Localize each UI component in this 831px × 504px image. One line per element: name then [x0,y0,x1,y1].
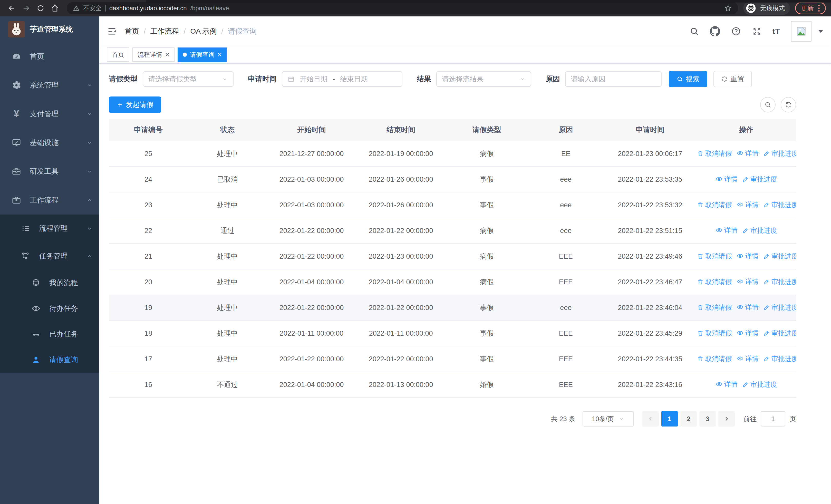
sidebar-item-task-mgmt[interactable]: 任务管理 [0,242,99,270]
reload-icon[interactable] [34,2,47,15]
sidebar-fold-icon[interactable] [107,26,117,36]
eye-closed-icon [30,329,42,339]
sidebar-item-my-process[interactable]: 我的流程 [0,270,99,296]
dashboard-icon [10,52,23,61]
security-warning-icon[interactable] [73,5,80,11]
cell: 2022-01-22 23:46:47 [604,269,696,295]
avatar-dropdown-caret-icon[interactable] [818,30,823,33]
cell: 事假 [446,295,528,321]
detail-action-link[interactable]: 详情 [737,200,758,209]
row-actions: 详情审批进度 [696,167,796,192]
progress-action-link[interactable]: 审批进度 [763,252,796,261]
help-icon[interactable] [731,26,741,36]
breadcrumb-oa-example[interactable]: OA 示例 [191,26,217,36]
progress-action-link[interactable]: 审批进度 [742,175,777,184]
leave-table: 申请编号状态开始时间结束时间请假类型原因申请时间操作 25处理中2021-12-… [109,119,796,398]
tab-process-detail[interactable]: 流程详情 [133,48,174,62]
sidebar-item-payment[interactable]: ¥ 支付管理 [0,99,99,128]
table-refresh-button[interactable] [781,97,796,112]
page-2-button[interactable]: 2 [680,411,697,426]
reset-button[interactable]: 重置 [713,71,752,87]
font-size-icon[interactable]: tT [773,27,780,36]
progress-action-link[interactable]: 审批进度 [763,200,796,209]
sidebar-logo[interactable]: 芋道管理系统 [0,17,99,42]
cell: 2021-12-27 00:00:00 [267,141,356,167]
table-search-toggle-button[interactable] [760,97,776,112]
prev-page-button[interactable] [642,411,659,426]
sidebar-item-done-tasks[interactable]: 已办任务 [0,321,99,347]
progress-action-link[interactable]: 审批进度 [742,380,777,389]
view-icon [737,278,744,285]
leave-type-select[interactable]: 请选择请假类型 [143,71,233,87]
close-icon[interactable] [218,53,222,57]
progress-action-link[interactable]: 审批进度 [763,149,796,158]
fullscreen-icon[interactable] [752,26,762,36]
action-label: 取消请假 [705,354,732,363]
table-row: 21处理中2022-01-22 00:00:002022-01-23 00:00… [109,243,796,269]
close-icon[interactable] [165,53,169,57]
cell: eee [528,192,604,218]
github-icon[interactable] [710,26,720,36]
goto-page-input[interactable] [761,411,785,426]
cancel-action-link[interactable]: 取消请假 [697,329,732,338]
cancel-action-link[interactable]: 取消请假 [697,200,732,209]
back-icon[interactable] [5,2,19,15]
search-icon[interactable] [689,26,699,36]
sidebar-item-dev-tools[interactable]: 研发工具 [0,157,99,186]
range-separator: - [333,75,335,83]
create-leave-button[interactable]: 发起请假 [109,96,161,113]
breadcrumb-home[interactable]: 首页 [125,26,139,36]
search-button[interactable]: 搜索 [669,71,707,87]
cancel-action-link[interactable]: 取消请假 [697,149,732,158]
sidebar-item-leave-query[interactable]: 请假查询 [0,347,99,373]
bookmark-star-icon[interactable] [724,4,732,12]
detail-action-link[interactable]: 详情 [737,149,758,158]
url-bar[interactable]: 不安全 dashboard.yudao.iocoder.cn /bpm/oa/l… [67,2,738,14]
sidebar-item-todo-tasks[interactable]: 待办任务 [0,296,99,321]
tab-leave-query[interactable]: 请假查询 [178,48,227,62]
sidebar-item-workflow[interactable]: 工作流程 [0,186,99,214]
detail-action-link[interactable]: 详情 [737,251,758,261]
sidebar-item-home[interactable]: 首页 [0,42,99,71]
page-3-button[interactable]: 3 [699,411,716,426]
browser-menu-icon[interactable] [818,5,820,12]
page-1-button[interactable]: 1 [661,411,678,426]
page-size-select[interactable]: 10条/页 [582,411,634,426]
cancel-action-link[interactable]: 取消请假 [697,354,732,363]
detail-action-link[interactable]: 详情 [737,328,758,337]
progress-action-link[interactable]: 审批进度 [763,329,796,338]
detail-action-link[interactable]: 详情 [737,277,758,286]
progress-action-link[interactable]: 审批进度 [763,277,796,287]
cell: 2022-01-03 00:00:00 [267,167,356,192]
detail-action-link[interactable]: 详情 [716,226,738,235]
cancel-action-link[interactable]: 取消请假 [697,252,732,261]
sidebar-item-process-mgmt[interactable]: 流程管理 [0,214,99,242]
result-select[interactable]: 请选择流结果 [436,71,531,87]
avatar[interactable] [791,21,811,41]
cancel-action-link[interactable]: 取消请假 [697,277,732,287]
progress-action-link[interactable]: 审批进度 [763,354,796,363]
security-label[interactable]: 不安全 [83,4,102,12]
next-page-button[interactable] [718,411,735,426]
apply-time-range-picker[interactable]: 开始日期 - 结束日期 [282,71,402,87]
update-button[interactable]: 更新 [795,2,826,14]
row-actions: 取消请假详情审批进度 [696,141,796,167]
edit-icon [763,278,770,285]
detail-action-link[interactable]: 详情 [737,303,758,312]
forward-icon[interactable] [20,2,33,15]
progress-action-link[interactable]: 审批进度 [742,226,777,235]
cell: 事假 [446,192,528,218]
cell: 处理中 [188,295,267,321]
detail-action-link[interactable]: 详情 [737,354,758,363]
home-icon[interactable] [48,2,62,15]
tab-home[interactable]: 首页 [107,48,130,62]
sidebar-item-infrastructure[interactable]: 基础设施 [0,128,99,157]
breadcrumb-workflow[interactable]: 工作流程 [150,26,179,36]
cancel-action-link[interactable]: 取消请假 [697,303,732,312]
detail-action-link[interactable]: 详情 [716,175,738,183]
progress-action-link[interactable]: 审批进度 [763,303,796,312]
sidebar-item-system[interactable]: 系统管理 [0,71,99,99]
cell: 2022-01-22 00:00:00 [267,295,356,321]
reason-input[interactable] [565,71,662,87]
detail-action-link[interactable]: 详情 [716,380,738,389]
